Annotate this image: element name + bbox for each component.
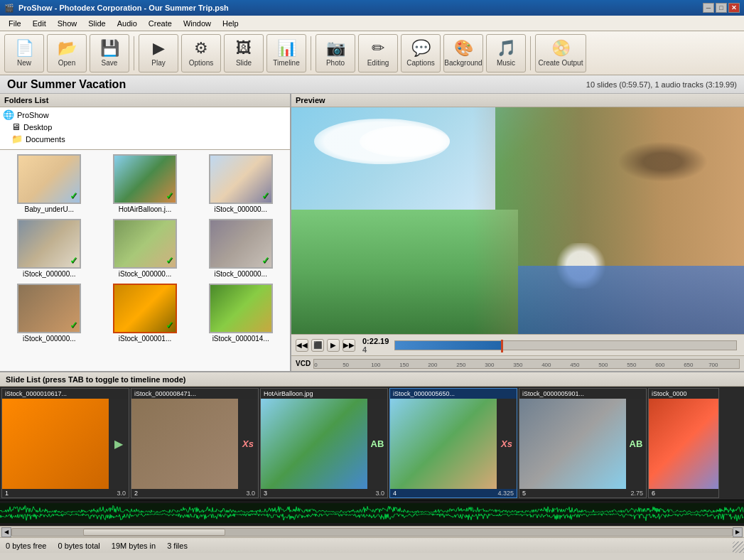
list-item[interactable]: ✓ iStock_000000... (194, 153, 287, 215)
toolbar-sep-1 (134, 36, 134, 70)
tool-play[interactable]: ▶ Play (139, 34, 178, 72)
list-item[interactable]: ✓ HotAirBalloon.j... (99, 153, 192, 215)
maximize-button[interactable]: □ (716, 3, 727, 13)
scroll-left-button[interactable]: ◀ (1, 527, 11, 537)
tool-captions[interactable]: 💬 Captions (401, 34, 441, 72)
time-number: 4 (362, 345, 367, 354)
slide-item-5[interactable]: iStock_0000005901... AB 5 2.75 (519, 388, 647, 498)
thumb-sim-2 (131, 399, 238, 489)
file-check-icon: ✓ (70, 254, 78, 266)
preview-area (291, 107, 744, 334)
files-grid[interactable]: ✓ Baby_underU... ✓ HotAirBalloon.j... ✓ … (0, 150, 290, 371)
list-item[interactable]: iStock_0000014... (194, 282, 287, 344)
tree-item-proshow[interactable]: 🌐 ProShow (1, 109, 289, 121)
ruler-mark-500: 500 (598, 362, 608, 368)
list-item[interactable]: ✓ iStock_000000... (194, 217, 287, 279)
close-button[interactable]: ✕ (728, 3, 740, 13)
scrollbar-track[interactable] (11, 528, 733, 537)
titlebar-text: ProShow - Photodex Corporation - Our Sum… (18, 4, 229, 12)
tool-options-label: Options (189, 59, 213, 67)
tool-timeline-label: Timeline (273, 59, 299, 67)
tool-editing[interactable]: ✏ Editing (358, 34, 398, 72)
file-thumbnail: ✓ (209, 219, 273, 269)
slide-thumb-3 (261, 399, 367, 489)
ruler-mark-650: 650 (684, 362, 693, 368)
right-panel: Preview ◀◀ ⬛ (291, 94, 744, 371)
file-thumbnail: ✓ (17, 154, 81, 204)
tool-photo[interactable]: 📷 Photo (316, 34, 355, 72)
menu-audio[interactable]: Audio (112, 18, 143, 29)
menu-show[interactable]: Show (52, 18, 83, 29)
file-thumbnail: ✓ (17, 284, 81, 333)
minimize-button[interactable]: ─ (703, 3, 714, 13)
tool-music[interactable]: 🎵 Music (486, 34, 526, 72)
thumb-sim-1 (2, 399, 109, 489)
stop-button[interactable]: ⬛ (311, 339, 324, 352)
ruler-mark-200: 200 (428, 362, 437, 368)
music-icon: 🎵 (497, 39, 516, 58)
folders-header: Folders List (0, 94, 290, 107)
menu-file[interactable]: File (3, 18, 27, 29)
progress-bar-container[interactable] (394, 340, 737, 350)
slide-item-6[interactable]: iStock_0000 6 (648, 388, 719, 498)
menu-window[interactable]: Window (178, 18, 217, 29)
slide-thumb-area-1: ▶ (2, 399, 129, 489)
list-item[interactable]: ✓ iStock_000001... (99, 282, 192, 344)
play-forward-button[interactable]: ▶ (327, 339, 340, 352)
menu-help[interactable]: Help (217, 18, 244, 29)
file-name: iStock_000000... (214, 205, 267, 213)
documents-icon: 📁 (11, 134, 23, 144)
list-item[interactable]: ✓ iStock_000000... (3, 282, 96, 344)
file-thumbnail: ✓ (17, 219, 81, 269)
list-item[interactable]: ✓ Baby_underU... (3, 153, 96, 215)
tool-slide[interactable]: 🖼 Slide (224, 34, 264, 72)
toolbar-sep-2 (311, 36, 311, 70)
list-item[interactable]: ✓ iStock_000000... (3, 217, 96, 279)
slide-number-5: 5 (522, 490, 526, 497)
ruler-mark-700: 700 (708, 362, 718, 368)
tool-background[interactable]: 🎨 Background (443, 34, 483, 72)
file-check-icon: ✓ (262, 190, 270, 201)
slide-item-2[interactable]: iStock_0000008471... Xs 2 3.0 (131, 388, 259, 498)
project-title: Our Summer Vacation (7, 78, 126, 91)
project-bar: Our Summer Vacation 10 slides (0:59.57),… (0, 75, 744, 94)
tool-options[interactable]: ⚙ Options (181, 34, 221, 72)
tool-timeline[interactable]: 📊 Timeline (266, 34, 306, 72)
toolbar-sep-3 (530, 36, 531, 70)
audio-waveform (0, 503, 744, 523)
slide-title-4: iStock_0000005650... (390, 389, 517, 399)
slide-item-4[interactable]: iStock_0000005650... Xs 4 4.325 (389, 388, 517, 498)
fast-forward-button[interactable]: ▶▶ (343, 339, 355, 352)
slide-item-3[interactable]: HotAirBalloon.jpg AB 3 3.0 (260, 388, 388, 498)
slide-title-5: iStock_0000005901... (519, 389, 646, 399)
scroll-right-button[interactable]: ▶ (733, 527, 743, 537)
status-free: 0 bytes free (6, 542, 46, 550)
play-back-button[interactable]: ◀◀ (296, 339, 308, 352)
tool-new[interactable]: 📄 New (4, 34, 44, 72)
list-item[interactable]: ✓ iStock_000000... (99, 217, 192, 279)
resize-grip[interactable] (733, 542, 744, 553)
ruler-mark-600: 600 (655, 362, 664, 368)
tool-open[interactable]: 📂 Open (47, 34, 87, 72)
tree-item-desktop[interactable]: 🖥 Desktop (1, 121, 289, 133)
tree-item-documents[interactable]: 📁 Documents (1, 133, 289, 145)
folders-tree[interactable]: 🌐 ProShow 🖥 Desktop 📁 Documents (0, 107, 290, 150)
ruler-mark-0: 0 (314, 362, 317, 368)
app-icon: 🎬 (4, 4, 14, 13)
tool-save[interactable]: 💾 Save (90, 34, 129, 72)
slide-item-1[interactable]: iStock_0000010617... ▶ 1 3.0 (1, 388, 129, 498)
proshow-icon: 🌐 (3, 109, 14, 120)
tool-create-output[interactable]: 📀 Create Output (535, 34, 586, 72)
menu-slide[interactable]: Slide (82, 18, 111, 29)
slide-title-1: iStock_0000010617... (2, 389, 129, 399)
statusbar: 0 bytes free 0 bytes total 19M bytes in … (0, 537, 744, 553)
tool-background-label: Background (444, 59, 482, 67)
file-check-icon: ✓ (70, 190, 78, 201)
menu-edit[interactable]: Edit (27, 18, 52, 29)
preview-image (291, 107, 744, 334)
horizontal-scrollbar[interactable]: ◀ ▶ (0, 526, 744, 537)
scrollbar-thumb[interactable] (83, 529, 225, 536)
slide-list[interactable]: iStock_0000010617... ▶ 1 3.0 iStock_0000… (0, 387, 744, 500)
slide-bottom-4: 4 4.325 (390, 489, 517, 497)
menu-create[interactable]: Create (143, 18, 178, 29)
